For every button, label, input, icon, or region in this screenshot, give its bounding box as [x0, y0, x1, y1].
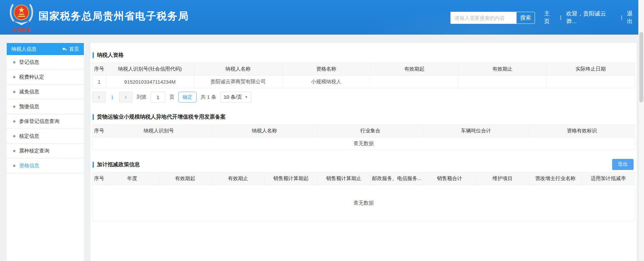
nav-separator: | [621, 14, 622, 20]
cell-qualification-name: 小规模纳税人 [282, 76, 370, 88]
section-deduction: 加计抵减政策信息 导出 序号 年度 有效期起 有效期止 销售额计算期起 销售额计… [91, 161, 637, 221]
column-header: 有效期起 [370, 63, 459, 76]
column-header: 销售额计算期止 [317, 172, 370, 185]
header-search: 搜索 [450, 12, 535, 24]
sidebar-item-invoice-type-query[interactable]: 票种核定查询 [7, 144, 84, 159]
no-data-message: 查无数据 [93, 185, 635, 221]
sidebar-item-label: 减免信息 [19, 89, 39, 95]
cell-valid-to [459, 76, 547, 88]
total-count-label: 共 1 条 [201, 94, 216, 100]
goto-prefix-label: 到第 [137, 94, 147, 100]
page-title: 国家税务总局贵州省电子税务局 [39, 9, 189, 23]
cell-taxpayer-id: 91520103347114234M [106, 76, 194, 88]
sidebar-header: 纳税人信息 首页 [7, 43, 84, 55]
goto-suffix-label: 页 [169, 94, 174, 100]
sidebar-item-registration[interactable]: 登记信息 [7, 55, 84, 70]
table-header-row: 序号 年度 有效期起 有效期止 销售额计算期起 销售额计算期止 邮政服务、电信服… [93, 172, 635, 185]
tax-emblem-icon [8, 2, 35, 27]
column-header: 纳税人识别号 [106, 125, 212, 137]
column-header: 资格名称 [282, 63, 370, 76]
export-button[interactable]: 导出 [612, 159, 634, 170]
nav-logout-link[interactable]: 退出 [627, 10, 638, 25]
cell-valid-from [370, 76, 459, 88]
scrollbar-thumb[interactable] [639, 32, 643, 102]
sidebar-home-button[interactable]: 首页 [62, 46, 79, 52]
column-header: 维护项目 [476, 172, 529, 185]
tax-bureau-logo: 中国税务 [7, 2, 36, 34]
confirm-page-button[interactable]: 确定 [178, 92, 197, 102]
sidebar-item-label: 登记信息 [19, 59, 39, 66]
page-size-select[interactable]: 10 条/页 ▼ [220, 92, 251, 102]
column-header: 实际终止日期 [547, 63, 635, 76]
sidebar-item-label: 参保登记信息查询 [19, 118, 59, 125]
nav-welcome-link[interactable]: 欢迎，贵阳诚云莽... [566, 10, 616, 25]
sidebar-item-verification[interactable]: 核定信息 [7, 129, 84, 144]
search-input[interactable] [450, 12, 516, 24]
sidebar-item-tax-type[interactable]: 税费种认定 [7, 70, 84, 85]
column-header: 年度 [106, 172, 159, 185]
bullet-icon [13, 135, 15, 137]
sidebar-item-label: 票种核定查询 [19, 148, 49, 154]
top-header: 中国税务 国家税务总局贵州省电子税务局 搜索 主页 | 欢迎，贵阳诚云莽... … [0, 0, 638, 35]
page-number[interactable]: 1 [110, 94, 115, 100]
nav-home-link[interactable]: 主页 [544, 10, 555, 25]
column-header: 邮政服务、电信服务... [370, 172, 423, 185]
prev-page-button[interactable]: ‹ [92, 92, 106, 102]
column-header: 纳税人名称 [194, 63, 282, 76]
bullet-icon [13, 91, 15, 93]
bullet-icon [13, 120, 15, 123]
title-bar-icon [93, 52, 94, 58]
column-header: 纳税人识别号(社会信用代码) [106, 63, 194, 76]
section-title-row: 纳税人资格 [91, 52, 637, 59]
pagination: ‹ 1 › 到第 页 确定 共 1 条 10 条/页 ▼ [92, 92, 637, 102]
bullet-icon [13, 105, 15, 108]
qualification-table: 序号 纳税人识别号(社会信用代码) 纳税人名称 资格名称 有效期起 有效期止 实… [92, 62, 635, 88]
cell-index: 1 [93, 76, 106, 88]
column-header: 序号 [93, 172, 106, 185]
sidebar-item-qualification[interactable]: 资格信息 [7, 159, 84, 173]
sidebar-home-label: 首页 [69, 46, 79, 52]
section-title: 加计抵减政策信息 [97, 161, 140, 168]
title-bar-icon [93, 162, 94, 168]
column-header: 纳税人名称 [212, 125, 317, 137]
column-header: 序号 [93, 125, 106, 137]
column-header: 序号 [93, 63, 106, 76]
vertical-scrollbar [638, 0, 644, 261]
cell-taxpayer-name: 贵阳诚云莽商贸有限公司 [194, 76, 282, 88]
column-header: 有效期起 [159, 172, 212, 185]
table-header-row: 序号 纳税人识别号(社会信用代码) 纳税人名称 资格名称 有效期起 有效期止 实… [93, 63, 635, 76]
cell-actual-end-date [547, 76, 635, 88]
chevron-left-icon: ‹ [98, 94, 100, 100]
next-page-button[interactable]: › [119, 92, 132, 102]
sidebar-item-prepayment[interactable]: 预缴信息 [7, 99, 84, 114]
main-content: 纳税人资格 序号 纳税人识别号(社会信用代码) 纳税人名称 资格名称 有效期起 … [91, 43, 637, 261]
section-title-row: 货物运输业小规模纳税人异地代开增值税专用发票备案 [91, 114, 637, 121]
goto-page-input[interactable] [151, 92, 165, 102]
column-header: 销售额合计 [423, 172, 476, 185]
freight-table: 序号 纳税人识别号 纳税人名称 行业集合 车辆吨位合计 资格有效标识 查无数据 [92, 124, 635, 150]
bullet-icon [13, 61, 15, 63]
column-header: 销售额计算期起 [265, 172, 318, 185]
section-freight: 货物运输业小规模纳税人异地代开增值税专用发票备案 序号 纳税人识别号 纳税人名称… [91, 114, 637, 150]
bullet-icon [13, 150, 15, 152]
table-header-row: 序号 纳税人识别号 纳税人名称 行业集合 车辆吨位合计 资格有效标识 [93, 125, 635, 137]
table-row: 1 91520103347114234M 贵阳诚云莽商贸有限公司 小规模纳税人 [93, 76, 635, 88]
column-header: 行业集合 [317, 125, 423, 137]
sidebar-item-reduction[interactable]: 减免信息 [7, 85, 84, 99]
nav-separator: | [560, 14, 561, 20]
sidebar-item-insurance-query[interactable]: 参保登记信息查询 [7, 114, 84, 129]
sidebar-title: 纳税人信息 [11, 46, 37, 52]
header-nav: 主页 | 欢迎，贵阳诚云莽... | 退出 [544, 0, 638, 35]
sidebar: 纳税人信息 首页 登记信息 税费种认定 减免信息 预缴信息 参保登记信息查询 核… [7, 43, 84, 261]
chevron-right-icon: › [125, 94, 127, 100]
section-title-row: 加计抵减政策信息 [91, 161, 637, 168]
search-button[interactable]: 搜索 [516, 12, 535, 24]
logo-caption: 中国税务 [7, 27, 36, 33]
column-header: 适用加计抵减率 [582, 172, 635, 185]
page-size-value: 10 条/页 [224, 94, 242, 100]
sidebar-item-label: 税费种认定 [19, 74, 44, 80]
sidebar-item-label: 资格信息 [19, 163, 39, 169]
column-header: 营改增主行业名称 [529, 172, 582, 185]
back-arrow-icon [62, 47, 67, 51]
sidebar-item-label: 预缴信息 [19, 103, 39, 110]
